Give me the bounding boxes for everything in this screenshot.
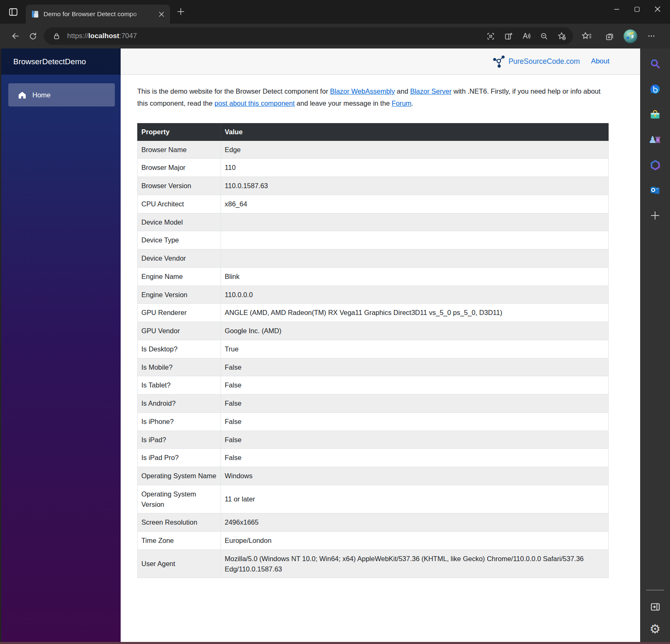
- add-favorite-icon[interactable]: [555, 29, 569, 43]
- value-cell: 110: [221, 159, 609, 177]
- close-icon[interactable]: [647, 0, 668, 18]
- table-row: Device Model: [138, 213, 609, 231]
- zoom-out-icon[interactable]: [537, 29, 551, 43]
- profile-avatar[interactable]: [624, 29, 637, 43]
- app-main: PureSourceCode.com About This is the dem…: [121, 48, 640, 642]
- property-cell: Engine Name: [138, 267, 221, 286]
- tools-icon[interactable]: [649, 108, 661, 121]
- table-row: GPU RendererANGLE (AMD, AMD Radeon(TM) R…: [138, 304, 609, 322]
- value-cell: False: [221, 412, 609, 431]
- detect-table-head: PropertyValue: [138, 123, 609, 140]
- table-row: Is Desktop?True: [138, 340, 609, 358]
- column-header: Property: [138, 123, 221, 140]
- property-cell: Is Desktop?: [138, 340, 221, 358]
- value-cell: [221, 249, 609, 268]
- maximize-icon[interactable]: [627, 0, 647, 18]
- property-cell: Is iPad?: [138, 431, 221, 449]
- about-link[interactable]: About: [591, 57, 609, 65]
- sidebar-item-label: Home: [32, 91, 51, 99]
- tab-title: Demo for Browser Detect compo: [44, 10, 152, 18]
- table-row: Screen Resolution2496x1665: [138, 513, 609, 532]
- value-cell: Edge: [221, 140, 609, 159]
- read-aloud-icon[interactable]: [519, 29, 533, 43]
- open-in-sidebar-icon[interactable]: [649, 600, 661, 613]
- header-row: PropertyValue: [138, 123, 609, 140]
- games-icon[interactable]: ♟♜: [649, 133, 661, 146]
- edge-sidebar-bottom: ⚙: [646, 590, 664, 635]
- table-row: Is iPad?False: [138, 431, 609, 449]
- collections-icon[interactable]: [601, 28, 618, 44]
- microsoft-365-icon[interactable]: [649, 159, 661, 171]
- table-row: Time ZoneEurope/London: [138, 532, 609, 550]
- detect-table: PropertyValue Browser NameEdgeBrowser Ma…: [137, 123, 609, 579]
- value-cell: True: [221, 340, 609, 358]
- bing-chat-icon[interactable]: [649, 83, 661, 95]
- tab-close-icon[interactable]: [156, 9, 167, 19]
- settings-gear-icon[interactable]: ⚙: [649, 623, 661, 635]
- value-cell: 2496x1665: [221, 513, 609, 532]
- page-content: This is the demo website for the Browser…: [121, 75, 640, 642]
- browser-tab[interactable]: Demo for Browser Detect compo: [26, 5, 170, 24]
- intro-text: This is the demo website for the Browser…: [137, 87, 330, 95]
- sidebar-item-home[interactable]: Home: [8, 83, 115, 107]
- property-cell: User Agent: [138, 550, 221, 578]
- intro-text: and: [395, 87, 410, 95]
- table-row: User AgentMozilla/5.0 (Windows NT 10.0; …: [138, 550, 609, 578]
- browser-tab-bar: Demo for Browser Detect compo: [0, 0, 670, 24]
- intro-link[interactable]: Blazor WebAssembly: [330, 87, 395, 95]
- value-cell: Windows: [221, 467, 609, 485]
- value-cell: Google Inc. (AMD): [221, 322, 609, 340]
- table-row: Engine NameBlink: [138, 267, 609, 286]
- table-row: Browser NameEdge: [138, 140, 609, 159]
- value-cell: 11 or later: [221, 485, 609, 513]
- table-row: Is Android?False: [138, 395, 609, 413]
- property-cell: CPU Architect: [138, 195, 221, 213]
- intro-text: and leave your message in the: [295, 99, 392, 107]
- property-cell: Device Type: [138, 231, 221, 249]
- edge-sidebar: ♟♜ ⚙: [640, 48, 670, 642]
- visual-search-icon[interactable]: [483, 29, 498, 43]
- table-row: Operating System Version11 or later: [138, 485, 609, 513]
- site-lock-icon[interactable]: [50, 30, 63, 42]
- window-bottom-edge: [0, 642, 670, 644]
- url-text[interactable]: https://localhost:7047: [67, 32, 483, 40]
- detect-table-body: Browser NameEdgeBrowser Major110Browser …: [138, 140, 609, 578]
- back-icon[interactable]: [7, 28, 24, 44]
- table-row: Device Vendor: [138, 249, 609, 268]
- property-cell: Operating System Name: [138, 467, 221, 485]
- refresh-icon[interactable]: [24, 28, 41, 44]
- split-screen-icon[interactable]: [501, 29, 515, 43]
- puresourcecode-logo-icon: [493, 55, 505, 68]
- brand-link[interactable]: PureSourceCode.com: [493, 55, 580, 68]
- property-cell: GPU Renderer: [138, 304, 221, 322]
- toolbar-right-actions: [578, 28, 660, 44]
- outlook-icon[interactable]: [649, 184, 661, 196]
- add-app-icon[interactable]: [649, 209, 661, 222]
- sidebar-search-icon[interactable]: [649, 58, 661, 70]
- value-cell: False: [221, 449, 609, 467]
- chess-rook-glyph: ♜: [654, 136, 662, 144]
- value-cell: False: [221, 431, 609, 449]
- property-cell: Screen Resolution: [138, 513, 221, 532]
- more-options-icon[interactable]: [643, 28, 660, 44]
- property-cell: Device Vendor: [138, 249, 221, 268]
- home-icon: [18, 91, 26, 99]
- value-cell: x86_64: [221, 195, 609, 213]
- new-tab-icon[interactable]: [173, 4, 188, 19]
- property-cell: Engine Version: [138, 286, 221, 304]
- column-header: Value: [221, 123, 609, 140]
- favorites-icon[interactable]: [578, 28, 595, 44]
- intro-link[interactable]: Blazor Server: [410, 87, 452, 95]
- minimize-icon[interactable]: [607, 0, 627, 18]
- table-row: Engine Version110.0.0.0: [138, 286, 609, 304]
- address-bar[interactable]: https://localhost:7047: [44, 27, 573, 45]
- table-row: Is Tablet?False: [138, 376, 609, 395]
- value-cell: 110.0.1587.63: [221, 177, 609, 195]
- sidebar-divider: [646, 590, 664, 591]
- property-cell: Is Android?: [138, 395, 221, 413]
- intro-link[interactable]: post about this component: [214, 99, 295, 107]
- value-cell: 110.0.0.0: [221, 286, 609, 304]
- intro-link[interactable]: Forum: [392, 99, 412, 107]
- value-cell: Blink: [221, 267, 609, 286]
- tab-actions-icon[interactable]: [5, 4, 22, 20]
